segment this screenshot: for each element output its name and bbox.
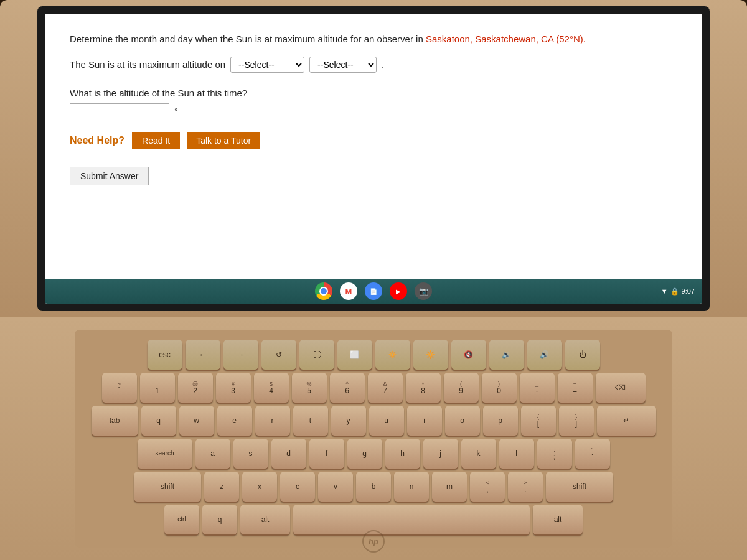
- submit-row: Submit Answer: [70, 167, 677, 185]
- key-a[interactable]: a: [195, 439, 230, 469]
- keyboard-area: esc ← → ↺ ⛶ ⬜ 🔅 🔆 🔇 🔉 🔊 ⏻ ~` !1 @2 #3 $4: [0, 317, 747, 560]
- key-m[interactable]: m: [432, 472, 467, 502]
- key-b[interactable]: b: [356, 472, 391, 502]
- key-t[interactable]: t: [293, 406, 328, 436]
- talk-to-tutor-button[interactable]: Talk to a Tutor: [187, 132, 260, 149]
- key-fwd[interactable]: →: [223, 340, 258, 370]
- key-c[interactable]: c: [280, 472, 315, 502]
- key-0[interactable]: )0: [482, 373, 517, 403]
- key-alt-left[interactable]: alt: [240, 505, 290, 534]
- key-semicolon[interactable]: :;: [537, 439, 572, 469]
- key-y[interactable]: y: [331, 406, 366, 436]
- key-mute[interactable]: 🔇: [451, 340, 486, 370]
- altitude-input[interactable]: [70, 103, 169, 119]
- key-i[interactable]: i: [407, 406, 442, 436]
- location-highlight: Saskatoon, Saskatchewan, CA (52°N).: [426, 34, 586, 44]
- key-minus[interactable]: _-: [520, 373, 555, 403]
- key-g[interactable]: g: [347, 439, 382, 469]
- key-6[interactable]: ^6: [330, 373, 365, 403]
- taskbar: M 📄 ▶ 📷 ▼ 🔒 9:07: [45, 279, 702, 304]
- key-fullscreen[interactable]: ⛶: [299, 340, 334, 370]
- key-8[interactable]: *8: [406, 373, 441, 403]
- key-ctrl-left[interactable]: ctrl: [164, 505, 199, 534]
- key-f[interactable]: f: [309, 439, 344, 469]
- question1-text: Determine the month and day when the Sun…: [70, 32, 677, 47]
- key-shift-right[interactable]: shift: [546, 472, 613, 502]
- battery-icon: 🔒: [670, 287, 679, 296]
- key-tab[interactable]: tab: [92, 406, 138, 436]
- chrome-icon[interactable]: [315, 282, 332, 300]
- key-r[interactable]: r: [255, 406, 290, 436]
- read-it-button[interactable]: Read It: [132, 132, 180, 149]
- key-v[interactable]: v: [318, 472, 353, 502]
- key-row-3: tab q w e r t y u i o p {[ }] ↵: [87, 406, 660, 436]
- sun-line: The Sun is at its maximum altitude on --…: [70, 57, 677, 73]
- submit-answer-button[interactable]: Submit Answer: [70, 167, 149, 185]
- key-quote[interactable]: "': [575, 439, 610, 469]
- key-w[interactable]: w: [179, 406, 214, 436]
- key-tilde[interactable]: ~`: [102, 373, 137, 403]
- key-shift-left[interactable]: shift: [134, 472, 201, 502]
- key-backspace[interactable]: ⌫: [596, 373, 646, 403]
- key-row-4: search a s d f g h j k l :; "': [87, 439, 660, 469]
- key-equals[interactable]: +=: [558, 373, 593, 403]
- youtube-icon[interactable]: ▶: [390, 282, 407, 300]
- key-d[interactable]: d: [271, 439, 306, 469]
- screen: Determine the month and day when the Sun…: [45, 14, 702, 304]
- key-power[interactable]: ⏻: [565, 340, 600, 370]
- key-2[interactable]: @2: [178, 373, 213, 403]
- key-bright-up[interactable]: 🔆: [413, 340, 448, 370]
- altitude-input-row: °: [70, 103, 677, 119]
- altitude-label: What is the altitude of the Sun at this …: [70, 88, 677, 98]
- key-esc[interactable]: esc: [148, 340, 182, 370]
- key-s[interactable]: s: [233, 439, 268, 469]
- key-5[interactable]: %5: [292, 373, 327, 403]
- key-u[interactable]: u: [369, 406, 404, 436]
- month-select[interactable]: --Select-- January February March April …: [230, 57, 304, 73]
- key-z[interactable]: z: [204, 472, 239, 502]
- key-h[interactable]: h: [385, 439, 420, 469]
- key-bracket-close[interactable]: }]: [559, 406, 594, 436]
- key-bracket-open[interactable]: {[: [521, 406, 556, 436]
- key-o[interactable]: o: [445, 406, 480, 436]
- key-4[interactable]: $4: [254, 373, 289, 403]
- key-row-1: esc ← → ↺ ⛶ ⬜ 🔅 🔆 🔇 🔉 🔊 ⏻: [87, 340, 660, 370]
- key-enter[interactable]: ↵: [597, 406, 656, 436]
- key-k[interactable]: k: [461, 439, 496, 469]
- key-back[interactable]: ←: [186, 340, 220, 370]
- camera-icon[interactable]: 📷: [415, 282, 432, 300]
- key-refresh[interactable]: ↺: [261, 340, 296, 370]
- key-p[interactable]: p: [483, 406, 518, 436]
- key-windows[interactable]: ⬜: [337, 340, 372, 370]
- key-bright-down[interactable]: 🔅: [375, 340, 410, 370]
- key-period[interactable]: >.: [508, 472, 543, 502]
- browser-content: Determine the month and day when the Sun…: [45, 14, 702, 279]
- need-help-row: Need Help? Read It Talk to a Tutor: [70, 132, 677, 149]
- taskbar-status: ▼ 🔒 9:07: [661, 287, 695, 296]
- laptop-shell: Determine the month and day when the Sun…: [0, 0, 747, 560]
- key-row-2: ~` !1 @2 #3 $4 %5 ^6 &7 *8 (9 )0 _- += ⌫: [87, 373, 660, 403]
- key-vol-up[interactable]: 🔊: [527, 340, 562, 370]
- key-9[interactable]: (9: [444, 373, 479, 403]
- key-1[interactable]: !1: [140, 373, 175, 403]
- key-q-bottom[interactable]: q: [202, 505, 237, 534]
- key-3[interactable]: #3: [216, 373, 251, 403]
- key-comma[interactable]: <,: [470, 472, 505, 502]
- key-l[interactable]: l: [499, 439, 534, 469]
- key-x[interactable]: x: [242, 472, 277, 502]
- day-select[interactable]: --Select-- 1234 5678 9101112 13141516 17…: [309, 57, 377, 73]
- key-n[interactable]: n: [394, 472, 429, 502]
- clock: 9:07: [682, 287, 695, 295]
- key-j[interactable]: j: [423, 439, 458, 469]
- key-caps[interactable]: search: [138, 439, 192, 469]
- question1-prefix: Determine the month and day when the Sun…: [70, 34, 426, 44]
- sun-line-prefix: The Sun is at its maximum altitude on: [70, 59, 225, 70]
- key-alt-right[interactable]: alt: [533, 505, 583, 534]
- key-spacebar[interactable]: [293, 505, 530, 534]
- key-7[interactable]: &7: [368, 373, 403, 403]
- key-e[interactable]: e: [217, 406, 252, 436]
- gmail-icon[interactable]: M: [340, 282, 357, 300]
- docs-icon[interactable]: 📄: [365, 282, 382, 300]
- key-q[interactable]: q: [141, 406, 176, 436]
- key-vol-down[interactable]: 🔉: [489, 340, 524, 370]
